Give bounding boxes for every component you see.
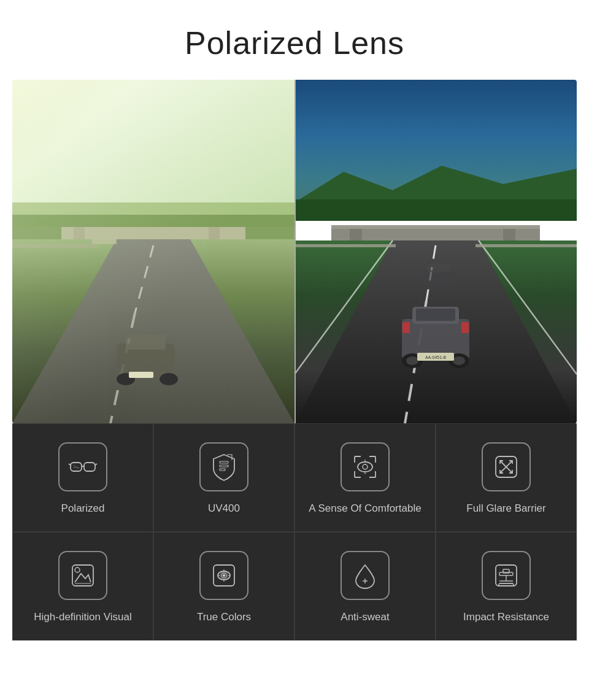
uv400-icon-box — [199, 442, 248, 491]
svg-rect-36 — [416, 309, 455, 321]
svg-rect-33 — [475, 244, 577, 247]
svg-point-57 — [358, 462, 372, 472]
comfortable-icon-box — [341, 442, 390, 491]
glare-icon-box — [482, 442, 531, 491]
impact-label: Impact Resistance — [463, 610, 549, 625]
feature-hd-visual: High-definition Visual — [12, 532, 153, 640]
anti-sweat-icon-box — [341, 551, 390, 600]
arrows-icon — [491, 452, 522, 482]
svg-rect-45 — [423, 270, 454, 290]
svg-rect-32 — [294, 244, 396, 247]
comparison-divider — [294, 80, 296, 423]
svg-rect-43 — [402, 322, 410, 333]
features-grid: Polarized UV400 — [12, 423, 577, 640]
feature-impact: Impact Resistance — [436, 532, 577, 640]
glasses-icon — [67, 452, 98, 482]
svg-rect-44 — [461, 322, 469, 333]
svg-line-51 — [95, 464, 97, 465]
feature-glare: Full Glare Barrier — [436, 423, 577, 532]
impact-icon-box — [482, 551, 531, 600]
feature-anti-sweat: Anti-sweat — [294, 532, 436, 640]
uv400-label: UV400 — [208, 501, 240, 516]
svg-text:AA-0451-B: AA-0451-B — [425, 355, 447, 360]
svg-point-65 — [75, 567, 80, 572]
feature-polarized: Polarized — [12, 423, 153, 532]
polarized-icon-box — [58, 442, 107, 491]
anti-sweat-label: Anti-sweat — [341, 610, 389, 625]
comparison-right: AA-0451-B — [294, 80, 577, 423]
svg-line-50 — [69, 464, 71, 465]
svg-rect-55 — [220, 465, 228, 467]
svg-rect-18 — [12, 80, 294, 423]
true-colors-label: True Colors — [197, 610, 251, 625]
svg-rect-48 — [84, 463, 95, 471]
glare-label: Full Glare Barrier — [466, 501, 545, 516]
shield-check-icon — [209, 452, 239, 482]
hd-visual-label: High-definition Visual — [34, 610, 131, 625]
svg-rect-25 — [331, 225, 540, 229]
svg-rect-46 — [428, 264, 450, 272]
feature-uv400: UV400 — [153, 423, 294, 532]
svg-point-70 — [223, 574, 225, 576]
svg-point-39 — [406, 356, 418, 365]
svg-line-52 — [73, 465, 79, 469]
true-colors-icon-box — [199, 551, 248, 600]
eye-circle-icon — [209, 560, 239, 591]
polarized-label: Polarized — [61, 501, 105, 516]
svg-rect-21 — [294, 199, 577, 221]
drop-icon — [350, 560, 380, 591]
comfortable-label: A Sense Of Comfortable — [309, 501, 421, 516]
svg-point-40 — [453, 356, 465, 365]
comparison-left — [12, 80, 294, 423]
tool-icon — [491, 560, 522, 591]
eye-target-icon — [350, 452, 380, 482]
feature-true-colors: True Colors — [153, 532, 294, 640]
feature-comfortable: A Sense Of Comfortable — [294, 423, 436, 532]
svg-point-58 — [363, 464, 368, 469]
svg-rect-56 — [220, 469, 225, 471]
mountain-icon — [67, 560, 98, 591]
hd-icon-box — [58, 551, 107, 600]
page-title: Polarized Lens — [0, 0, 589, 80]
svg-rect-54 — [220, 461, 228, 463]
